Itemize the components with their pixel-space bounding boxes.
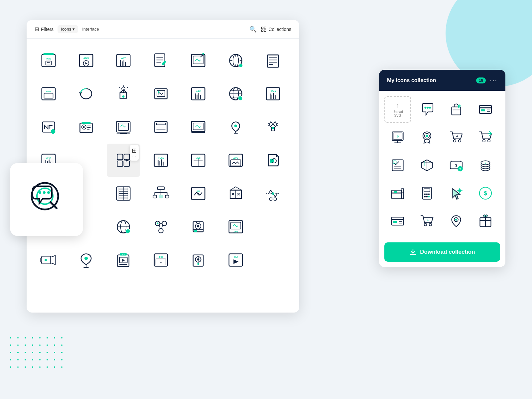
list-item[interactable]: .JPG [219, 144, 252, 177]
svg-point-229 [428, 196, 430, 198]
list-item[interactable] [107, 177, 140, 210]
list-item[interactable] [384, 152, 411, 179]
more-options-button[interactable]: ··· [490, 76, 497, 84]
svg-text:$: $ [397, 134, 399, 138]
list-item[interactable] [219, 110, 252, 144]
svg-point-227 [424, 196, 426, 198]
list-item[interactable] [414, 96, 440, 123]
svg-rect-35 [44, 93, 53, 98]
list-item[interactable] [182, 243, 215, 277]
list-item[interactable]: .AAC [182, 77, 215, 110]
svg-point-132 [274, 198, 277, 200]
icons-dropdown[interactable]: Icons ▾ [58, 25, 78, 33]
list-item[interactable] [256, 110, 290, 144]
upload-svg-button[interactable]: ↑ UploadSVG [384, 96, 411, 123]
dot-grid [10, 337, 67, 372]
list-item[interactable]: .XD [182, 177, 215, 210]
filters-button[interactable]: ⊟ Filters [35, 26, 54, 32]
list-item[interactable] [443, 96, 469, 123]
list-item[interactable] [182, 44, 215, 77]
list-item[interactable] [144, 77, 178, 110]
list-item[interactable]: .FLAC [144, 144, 178, 177]
icons-label: Icons [61, 27, 71, 32]
list-item[interactable] [414, 152, 440, 179]
list-item[interactable] [32, 243, 65, 277]
svg-rect-12 [117, 54, 130, 66]
collections-button[interactable]: Collections [261, 26, 291, 32]
list-item[interactable] [144, 44, 178, 77]
svg-point-224 [424, 194, 426, 195]
list-item[interactable]: $ [384, 124, 411, 151]
collection-title: My icons collection [387, 77, 472, 83]
svg-text:.WMA: .WMA [270, 90, 276, 92]
svg-text:.XD: .XD [197, 190, 200, 192]
list-item[interactable] [414, 208, 440, 234]
list-item[interactable] [384, 208, 411, 234]
svg-rect-0 [261, 27, 263, 29]
list-item[interactable] [107, 77, 140, 110]
list-item[interactable] [219, 44, 252, 77]
list-item[interactable]: MP4 [107, 243, 140, 277]
list-item[interactable]: .WMV [69, 44, 103, 77]
svg-text:.PSD: .PSD [159, 256, 163, 258]
svg-point-139 [159, 228, 163, 233]
svg-point-253 [39, 191, 41, 194]
svg-rect-85 [117, 161, 123, 167]
svg-point-129 [272, 193, 274, 195]
list-item[interactable] [69, 243, 103, 277]
list-item[interactable] [472, 208, 499, 234]
list-item[interactable]: $ [443, 152, 469, 179]
list-item[interactable] [256, 177, 290, 210]
svg-point-57 [51, 129, 56, 134]
list-item[interactable]: .FLV [219, 243, 252, 277]
list-item[interactable] [144, 210, 178, 243]
list-item[interactable] [472, 124, 499, 151]
list-item[interactable] [443, 208, 469, 234]
list-item[interactable] [414, 124, 440, 151]
list-item[interactable] [256, 44, 290, 77]
list-item[interactable] [69, 110, 103, 144]
list-item[interactable] [144, 177, 178, 210]
list-item[interactable]: $ [472, 152, 499, 179]
list-item[interactable] [219, 177, 252, 210]
list-item[interactable] [32, 110, 65, 144]
list-item[interactable] [107, 110, 140, 144]
list-item[interactable]: ⊞ ··· [107, 144, 140, 177]
list-item[interactable] [414, 180, 440, 206]
list-item[interactable] [107, 210, 140, 243]
list-item[interactable]: .JPG [219, 210, 252, 243]
list-item[interactable] [182, 210, 215, 243]
svg-line-124 [269, 190, 271, 194]
list-item[interactable] [144, 110, 178, 144]
list-item[interactable] [182, 110, 215, 144]
svg-rect-208 [393, 161, 396, 164]
list-item[interactable] [443, 124, 469, 151]
collections-panel: My icons collection 19 ··· ↑ UploadSVG [379, 70, 505, 267]
list-item[interactable] [472, 96, 499, 123]
add-to-collection-overlay[interactable]: ⊞ ··· [130, 145, 139, 161]
svg-marker-176 [233, 259, 238, 264]
upload-icon: ↑ [396, 102, 399, 109]
collection-count: 19 [476, 77, 486, 83]
svg-rect-187 [481, 109, 485, 111]
list-item[interactable] [69, 77, 103, 110]
list-item[interactable]: .AIFF [107, 44, 140, 77]
list-item[interactable]: .PSD A [144, 243, 178, 277]
list-item[interactable]: $ [472, 180, 499, 206]
list-item[interactable] [256, 144, 290, 177]
svg-point-243 [429, 223, 432, 226]
list-item[interactable]: .WAV [32, 44, 65, 77]
list-item[interactable] [443, 180, 469, 206]
list-item[interactable]: .PPTX [32, 77, 65, 110]
svg-point-173 [198, 263, 199, 265]
search-icon[interactable]: 🔍 [249, 26, 257, 33]
list-item[interactable] [384, 180, 411, 206]
collection-icons-grid: ↑ UploadSVG [379, 91, 505, 240]
list-item[interactable]: .WMA [256, 77, 290, 110]
download-collection-button[interactable]: Download collection [384, 242, 500, 262]
list-item[interactable]: .XLS [182, 144, 215, 177]
svg-point-146 [197, 225, 200, 227]
svg-rect-51 [266, 87, 280, 100]
list-item[interactable] [219, 77, 252, 110]
svg-point-143 [157, 222, 158, 224]
